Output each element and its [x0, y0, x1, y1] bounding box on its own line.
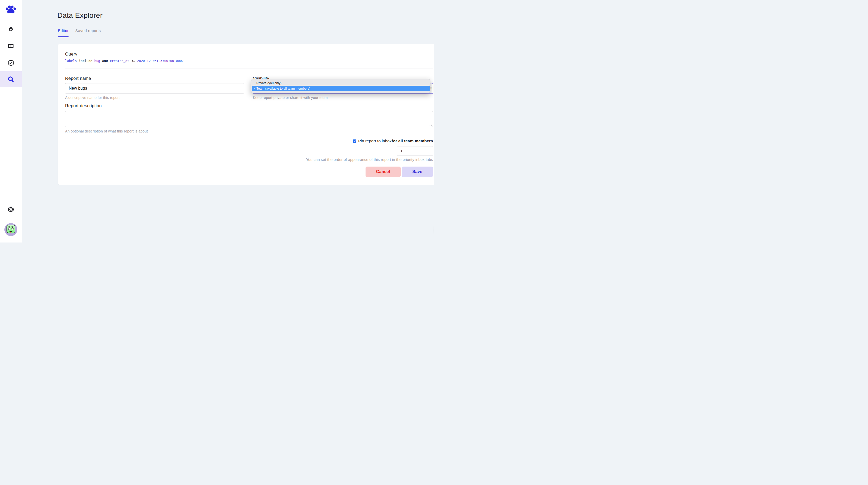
flame-icon [7, 26, 14, 33]
pin-order-input[interactable] [397, 146, 433, 156]
tab-active-underline [58, 36, 69, 37]
report-editor-card: Query labels include bug AND created_at … [58, 44, 434, 185]
tab-bar: Editor Saved reports [58, 28, 101, 37]
sidebar-item-hot[interactable] [0, 21, 22, 37]
sidebar-item-board[interactable] [0, 38, 22, 54]
tab-saved-reports[interactable]: Saved reports [75, 28, 101, 37]
visibility-dropdown: Private (you only)✓Team (available to al… [251, 79, 430, 93]
option-label: Team (available to all team members) [256, 87, 310, 90]
pin-checkbox[interactable]: ✓ [353, 139, 356, 143]
sidebar-item-search[interactable] [0, 71, 22, 87]
user-avatar[interactable] [4, 223, 18, 236]
screen: Data Explorer Editor Saved reports Query… [0, 0, 434, 243]
visibility-dropdown-option[interactable]: Private (you only) [252, 80, 430, 86]
sidebar-item-logo[interactable] [0, 2, 22, 18]
option-check-icon: ✓ [253, 87, 256, 90]
section-divider [65, 68, 433, 68]
option-label: Private (you only) [256, 82, 282, 85]
visibility-help: Keep report private or share it with you… [253, 96, 328, 100]
pin-label: Pin report to inbox [358, 139, 392, 143]
tab-editor[interactable]: Editor [58, 28, 69, 37]
query-label: Query [65, 52, 77, 57]
report-description-textarea[interactable] [65, 111, 433, 127]
pin-label-bold: for all team members [392, 139, 433, 143]
sidebar-item-help[interactable] [7, 206, 14, 213]
main-content: Data Explorer Editor Saved reports Query… [22, 0, 434, 243]
query-code: labels include bug AND created_at <= 202… [65, 59, 184, 63]
visibility-dropdown-option[interactable]: ✓Team (available to all team members) [252, 86, 430, 91]
check-circle-icon [7, 59, 14, 66]
help-buoy-icon [7, 206, 14, 213]
report-name-label: Report name [65, 76, 244, 81]
report-description-help: An optional description of what this rep… [65, 129, 148, 133]
paw-logo-icon [5, 5, 17, 15]
cancel-button[interactable]: Cancel [366, 167, 401, 177]
sidebar [0, 0, 22, 243]
board-icon [7, 43, 14, 49]
report-name-help: A descriptive name for this report [65, 96, 244, 100]
avatar-monster-icon [4, 223, 18, 236]
search-icon [7, 76, 14, 83]
report-description-label: Report description [65, 103, 102, 108]
pin-report-row: ✓ Pin report to inbox for all team membe… [353, 139, 433, 143]
report-name-input[interactable] [65, 83, 244, 94]
checkbox-check-icon: ✓ [353, 140, 356, 142]
select-caret-icon: ▾ [430, 87, 432, 90]
sidebar-item-tasks[interactable] [0, 55, 22, 71]
page-title: Data Explorer [57, 11, 102, 20]
pin-order-help: You can set the order of appearance of t… [306, 158, 433, 162]
save-button[interactable]: Save [402, 167, 433, 177]
